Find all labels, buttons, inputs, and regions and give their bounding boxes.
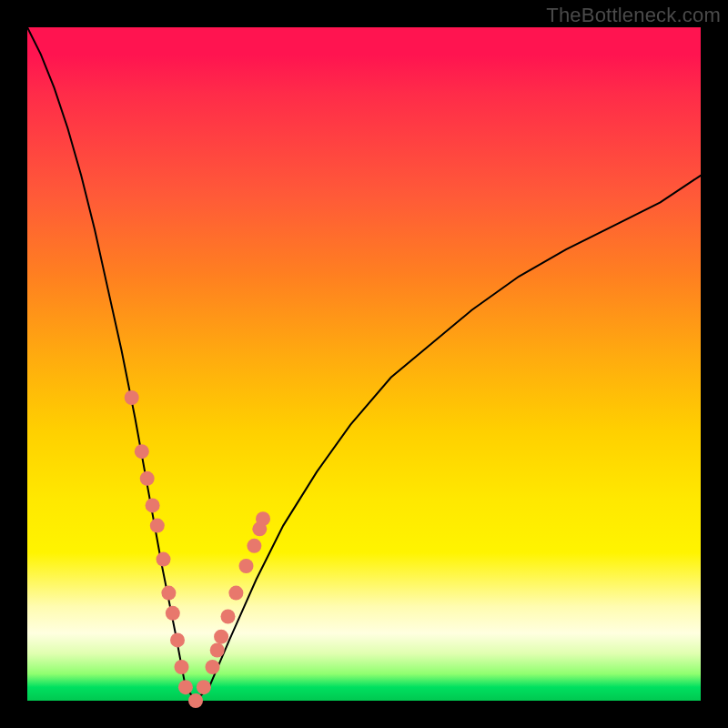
curve-layer [27,27,701,701]
marker-layer [27,27,701,701]
data-marker [150,519,165,533]
data-marker [197,680,211,694]
data-marker [135,444,149,459]
bottleneck-curve [27,27,701,701]
data-marker [166,606,180,621]
data-marker [125,390,139,405]
watermark-text: TheBottleneck.com [546,4,721,27]
data-marker [170,632,185,647]
data-marker [161,586,176,601]
data-marker [146,498,160,512]
data-marker [210,643,225,658]
data-marker [214,630,228,644]
data-marker [140,471,155,486]
data-marker [228,586,243,601]
data-marker [252,521,267,536]
data-marker [239,559,254,573]
chart-frame: TheBottleneck.com [0,0,728,728]
plot-area [27,27,701,701]
data-marker [206,660,220,674]
data-marker [221,610,236,624]
data-marker [175,660,189,674]
data-marker [256,511,270,526]
data-marker [188,693,203,708]
data-marker [157,552,171,567]
data-marker [247,539,261,553]
data-marker [178,680,193,694]
